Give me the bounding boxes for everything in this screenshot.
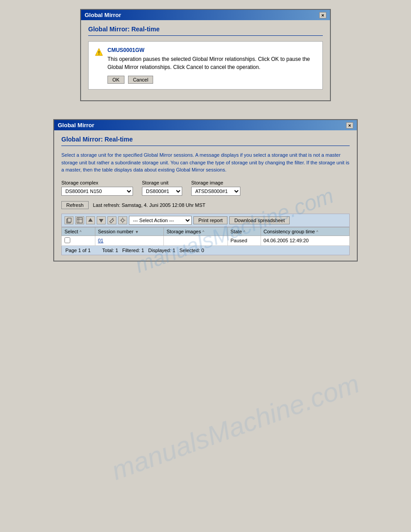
cell-consistency-time: 04.06.2005 12:49:20 (261, 236, 349, 245)
storage-unit-label: Storage unit (142, 180, 182, 185)
print-report-button[interactable]: Print report (193, 216, 227, 224)
svg-rect-4 (77, 218, 82, 223)
row-checkbox[interactable] (64, 237, 70, 243)
page-info: Page 1 of 1 (65, 248, 90, 253)
dialog-2-content: Global Mirror: Real-time Select a storag… (54, 130, 357, 261)
warning-code: CMUS0001GW (107, 47, 316, 53)
col-state: State ^ (227, 227, 261, 236)
warning-text-block: CMUS0001GW This operation pauses the sel… (107, 47, 316, 84)
displayed-label: Displayed: 1 (148, 248, 176, 253)
col-session-sort[interactable]: ▼ (135, 230, 139, 234)
dialog-1-close-button[interactable]: × (319, 12, 326, 18)
last-refresh-text: Last refresh: Samstag, 4. Juni 2005 12:0… (93, 202, 206, 208)
state-value: Paused (231, 238, 247, 243)
session-number-link[interactable]: 01 (98, 238, 103, 243)
toolbar-table-icon[interactable] (75, 216, 84, 224)
dialog-2-window: Global Mirror × Global Mirror: Real-time… (53, 119, 358, 262)
col-select-sort[interactable]: ^ (80, 230, 81, 234)
pagination-bar: Page 1 of 1 Total: 1 Filtered: 1 Display… (61, 246, 350, 255)
dialog-1-window: Global Mirror × Global Mirror: Real-time… (80, 9, 331, 101)
consistency-time-value: 04.06.2005 12:49:20 (264, 238, 309, 243)
storage-image-select[interactable]: ATSDS8000#1 (191, 187, 240, 196)
col-session-number: Session number ▼ (95, 227, 163, 236)
dialog-1-content: Global Mirror: Real-time ! CMUS0001GW Th… (81, 20, 330, 100)
refresh-button[interactable]: Refresh (61, 201, 89, 209)
storage-image-group: Storage image ATSDS8000#1 (191, 180, 240, 196)
storage-image-label: Storage image (191, 180, 240, 185)
col-storage-label: Storage images (167, 229, 201, 234)
total-label: Total: 1 (102, 248, 118, 253)
dialog-1-subtitle: Global Mirror: Real-time (88, 26, 323, 36)
cancel-button[interactable]: Cancel (128, 76, 153, 84)
dialog-1-title: Global Mirror (85, 12, 121, 18)
cell-storage-images (163, 236, 227, 245)
page-summary: Total: 1 Filtered: 1 Displayed: 1 Select… (102, 248, 204, 253)
storage-unit-group: Storage unit DS8000#1 (142, 180, 182, 196)
refresh-row: Refresh Last refresh: Samstag, 4. Juni 2… (61, 201, 350, 209)
col-state-label: State (231, 229, 242, 234)
warning-buttons: OK Cancel (107, 76, 316, 84)
form-row: Storage complex DS8000#1 N150 Storage un… (61, 180, 350, 196)
warning-message: This operation pauses the selected Globa… (107, 55, 316, 71)
sessions-table: Select ^ Session number ▼ Storage images… (61, 227, 350, 246)
ok-button[interactable]: OK (107, 76, 124, 84)
cell-state: Paused (227, 236, 261, 245)
svg-point-10 (121, 219, 124, 222)
toolbar-edit-icon[interactable] (107, 216, 116, 224)
col-storage-sort[interactable]: ^ (202, 230, 204, 234)
col-state-sort[interactable]: ^ (243, 230, 245, 234)
storage-complex-label: Storage complex (61, 180, 133, 185)
svg-text:!: ! (98, 50, 100, 56)
dialog-2-title: Global Mirror (58, 122, 94, 129)
storage-complex-group: Storage complex DS8000#1 N150 (61, 180, 133, 196)
toolbar-move-up-icon[interactable] (86, 216, 95, 224)
dialog-1-titlebar: Global Mirror × (81, 10, 330, 20)
col-consistency-sort[interactable]: ^ (317, 230, 318, 234)
table-body: 01 Paused 04.06.2005 12:49:20 (62, 236, 350, 245)
col-storage-images: Storage images ^ (163, 227, 227, 236)
toolbar-settings-icon[interactable] (118, 216, 127, 224)
svg-marker-8 (99, 219, 103, 223)
table-header-row: Select ^ Session number ▼ Storage images… (62, 227, 350, 236)
table-toolbar: --- Select Action --- Print report Downl… (61, 214, 350, 227)
svg-marker-7 (88, 218, 93, 222)
filtered-label: Filtered: 1 (122, 248, 144, 253)
storage-complex-select[interactable]: DS8000#1 N150 (61, 187, 133, 196)
col-session-label: Session number (98, 229, 134, 234)
download-spreadsheet-button[interactable]: Download spreadsheet (229, 216, 290, 224)
cell-session-number: 01 (95, 236, 163, 245)
warning-box: ! CMUS0001GW This operation pauses the s… (88, 41, 323, 90)
dialog-2-close-button[interactable]: × (346, 122, 353, 129)
toolbar-move-down-icon[interactable] (97, 216, 106, 224)
warning-icon: ! (95, 48, 103, 56)
svg-line-9 (112, 218, 113, 219)
col-select: Select ^ (62, 227, 95, 236)
svg-rect-3 (68, 218, 71, 222)
col-select-label: Select (64, 229, 78, 234)
col-consistency-time: Consistency group time ^ (261, 227, 349, 236)
dialog-2-titlebar: Global Mirror × (54, 120, 357, 130)
selected-label: Selected: 0 (180, 248, 204, 253)
storage-unit-select[interactable]: DS8000#1 (142, 187, 182, 196)
select-action-dropdown[interactable]: --- Select Action --- (129, 216, 192, 225)
cell-select (62, 236, 95, 245)
col-consistency-label: Consistency group time (264, 229, 315, 234)
dialog-2-subtitle: Global Mirror: Real-time (61, 136, 350, 146)
table-row: 01 Paused 04.06.2005 12:49:20 (62, 236, 350, 245)
toolbar-copy-icon[interactable] (64, 216, 73, 224)
info-text: Select a storage unit for the specified … (61, 151, 350, 174)
